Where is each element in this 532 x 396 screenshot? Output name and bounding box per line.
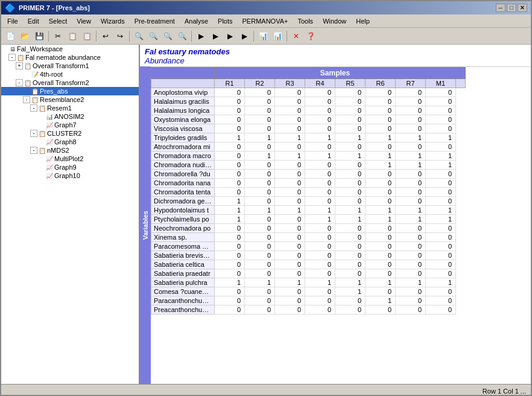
menu-file[interactable]: File <box>2 16 23 26</box>
cell-16-5[interactable]: 0 <box>366 233 396 242</box>
cell-4-6[interactable]: 0 <box>396 124 426 133</box>
cell-2-2[interactable]: 0 <box>275 106 305 115</box>
cell-20-4[interactable]: 0 <box>335 269 366 278</box>
zoom-in-button[interactable]: 🔍 <box>147 30 160 43</box>
cell-5-5[interactable]: 1 <box>366 133 396 142</box>
cell-18-5[interactable]: 0 <box>366 251 396 260</box>
expand-btn-nmds2[interactable]: - <box>30 147 37 154</box>
expand-btn-overall-transform1[interactable]: + <box>16 62 23 69</box>
cell-9-0[interactable]: 0 <box>215 170 245 179</box>
cell-18-6[interactable]: 0 <box>396 251 426 260</box>
sidebar-item-fal-nematode[interactable]: -📋Fal nematode abundance <box>1 53 139 62</box>
cell-22-6[interactable]: 0 <box>396 287 426 296</box>
cell-7-3[interactable]: 1 <box>305 152 335 161</box>
cell-5-4[interactable]: 1 <box>335 133 366 142</box>
cell-20-1[interactable]: 0 <box>245 269 275 278</box>
cell-19-3[interactable]: 0 <box>305 260 335 269</box>
sidebar-item-graph8[interactable]: 📈Graph8 <box>1 138 139 146</box>
cell-1-4[interactable]: 0 <box>335 97 366 106</box>
cell-15-0[interactable]: 0 <box>215 224 245 233</box>
cell-2-7[interactable]: 0 <box>426 106 456 115</box>
zoom-full-button[interactable]: 🔍 <box>176 30 189 43</box>
cell-23-5[interactable]: 1 <box>366 296 396 305</box>
run-button-3[interactable]: ▶ <box>223 30 236 43</box>
menu-view[interactable]: View <box>72 16 96 26</box>
cell-5-7[interactable]: 1 <box>426 133 456 142</box>
cell-4-7[interactable]: 0 <box>426 124 456 133</box>
cell-0-1[interactable]: 0 <box>245 88 275 97</box>
cell-22-5[interactable]: 0 <box>366 287 396 296</box>
sidebar-item-overall-transform2[interactable]: -📋Overall Transform2 <box>1 78 139 87</box>
cell-5-1[interactable]: 1 <box>245 133 275 142</box>
cell-7-4[interactable]: 1 <box>335 152 366 161</box>
expand-btn-fal-nematode[interactable]: - <box>8 54 16 61</box>
cell-24-5[interactable]: 0 <box>366 305 396 315</box>
cell-8-1[interactable]: 0 <box>245 161 275 170</box>
sidebar-item-nmds2[interactable]: -📋nMDS2 <box>1 146 139 155</box>
cell-24-3[interactable]: 0 <box>305 305 335 315</box>
cell-0-3[interactable]: 0 <box>305 88 335 97</box>
cell-24-2[interactable]: 0 <box>275 305 305 315</box>
cell-17-4[interactable]: 0 <box>335 242 366 251</box>
menu-wizards[interactable]: Wizards <box>96 16 130 26</box>
cell-17-7[interactable]: 0 <box>426 242 456 251</box>
new-button[interactable]: 📄 <box>4 30 17 43</box>
sidebar-item-cluster2[interactable]: -📋CLUSTER2 <box>1 129 139 138</box>
cell-23-0[interactable]: 0 <box>215 296 245 305</box>
cell-20-6[interactable]: 0 <box>396 269 426 278</box>
cell-4-1[interactable]: 0 <box>245 124 275 133</box>
cell-16-1[interactable]: 0 <box>245 233 275 242</box>
sidebar-item-resem1[interactable]: -📋Resem1 <box>1 104 139 112</box>
cell-15-2[interactable]: 0 <box>275 224 305 233</box>
cell-20-0[interactable]: 0 <box>215 269 245 278</box>
run-button-4[interactable]: ▶ <box>238 30 251 43</box>
cell-13-4[interactable]: 1 <box>335 206 366 215</box>
cell-2-0[interactable]: 0 <box>215 106 245 115</box>
cell-24-6[interactable]: 0 <box>396 305 426 315</box>
cell-22-7[interactable]: 0 <box>426 287 456 296</box>
menu-permanova[interactable]: PERMANOVA+ <box>238 16 293 26</box>
zoom-out-button[interactable]: 🔍 <box>132 30 145 43</box>
cell-24-0[interactable]: 0 <box>215 305 245 315</box>
cell-8-6[interactable]: 1 <box>396 161 426 170</box>
cell-4-3[interactable]: 0 <box>305 124 335 133</box>
cell-0-7[interactable]: 0 <box>426 88 456 97</box>
sidebar-item-overall-transform1[interactable]: +📋Overall Transform1 <box>1 62 139 70</box>
cell-21-0[interactable]: 1 <box>215 278 245 287</box>
expand-btn-resem1[interactable]: - <box>30 104 37 112</box>
cell-22-3[interactable]: 0 <box>305 287 335 296</box>
cell-9-7[interactable]: 0 <box>426 170 456 179</box>
cell-10-4[interactable]: 0 <box>335 179 366 188</box>
menu-help[interactable]: Help <box>351 16 375 26</box>
cell-14-2[interactable]: 0 <box>275 215 305 224</box>
cell-3-7[interactable]: 0 <box>426 115 456 124</box>
cell-11-5[interactable]: 0 <box>366 188 396 197</box>
expand-btn-cluster2[interactable]: - <box>30 130 37 137</box>
cell-18-7[interactable]: 0 <box>426 251 456 260</box>
cell-17-1[interactable]: 0 <box>245 242 275 251</box>
menu-pretreatment[interactable]: Pre-treatment <box>130 16 180 26</box>
cell-18-0[interactable]: 0 <box>215 251 245 260</box>
cell-9-3[interactable]: 0 <box>305 170 335 179</box>
cell-13-5[interactable]: 1 <box>366 206 396 215</box>
table-scroll[interactable]: Samples R1R2R3R4R5R6R7M1 Anoplostoma viv… <box>151 67 531 384</box>
cell-10-5[interactable]: 0 <box>366 179 396 188</box>
cell-6-6[interactable]: 0 <box>396 142 426 152</box>
undo-button[interactable]: ↩ <box>99 30 112 43</box>
cell-8-4[interactable]: 0 <box>335 161 366 170</box>
cell-17-3[interactable]: 0 <box>305 242 335 251</box>
cell-3-3[interactable]: 0 <box>305 115 335 124</box>
cell-1-3[interactable]: 0 <box>305 97 335 106</box>
cell-19-1[interactable]: 0 <box>245 260 275 269</box>
cell-13-1[interactable]: 1 <box>245 206 275 215</box>
cell-14-7[interactable]: 1 <box>426 215 456 224</box>
cell-15-1[interactable]: 0 <box>245 224 275 233</box>
sidebar-item-anosim2[interactable]: 📊ANOSIM2 <box>1 112 139 121</box>
cell-4-4[interactable]: 0 <box>335 124 366 133</box>
sidebar-item-graph10[interactable]: 📈Graph10 <box>1 171 139 180</box>
cell-11-4[interactable]: 0 <box>335 188 366 197</box>
cell-4-5[interactable]: 0 <box>366 124 396 133</box>
cell-21-2[interactable]: 1 <box>275 278 305 287</box>
close-button[interactable]: ✕ <box>518 4 527 12</box>
cell-13-7[interactable]: 1 <box>426 206 456 215</box>
